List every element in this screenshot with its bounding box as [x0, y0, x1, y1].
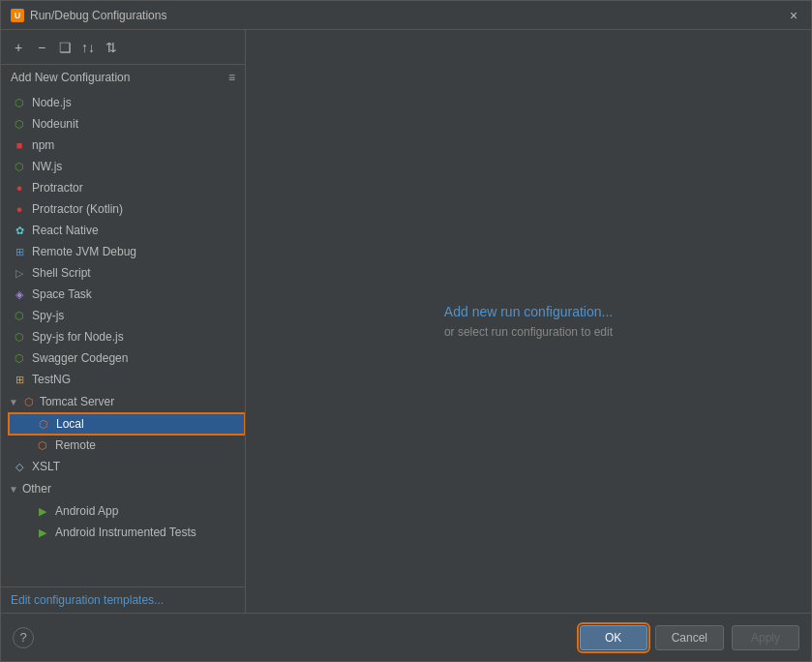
nwjs-label: NW.js [32, 160, 62, 173]
list-item-nodeunit[interactable]: ⬡ Nodeunit [1, 113, 245, 135]
tomcat-local-icon: ⬡ [37, 417, 50, 431]
run-debug-dialog: U Run/Debug Configurations × + − ❏ ↑↓ ⇅ … [0, 0, 812, 662]
list-item-spy-js-node[interactable]: ⬡ Spy-js for Node.js [1, 326, 245, 347]
other-label: Other [22, 482, 51, 496]
shell-script-icon: ▷ [13, 266, 26, 280]
sort-config-button[interactable]: ⇅ [102, 38, 121, 57]
main-panel: Add new run configuration... or select r… [246, 30, 811, 613]
space-task-label: Space Task [32, 287, 92, 301]
title-bar: U Run/Debug Configurations × [1, 1, 811, 30]
tomcat-local-label: Local [56, 417, 84, 431]
edit-templates-link[interactable]: Edit configuration templates... [11, 593, 164, 607]
category-tomcat-server[interactable]: ▼ ⬡ Tomcat Server [1, 390, 245, 413]
sidebar-header: Add New Configuration ≡ [1, 65, 245, 90]
list-item-swagger[interactable]: ⬡ Swagger Codegen [1, 347, 245, 369]
remove-config-button[interactable]: − [32, 38, 51, 57]
list-item-android-instrumented[interactable]: ▶ Android Instrumented Tests [9, 522, 245, 543]
nwjs-icon: ⬡ [13, 160, 26, 173]
xslt-icon: ◇ [13, 460, 26, 473]
bottom-bar: ? OK Cancel Apply [1, 613, 811, 661]
remote-jvm-icon: ⊞ [13, 245, 26, 258]
spy-js-node-icon: ⬡ [13, 330, 26, 344]
list-item-protractor[interactable]: ● Protractor [1, 177, 245, 198]
list-item-react-native[interactable]: ✿ React Native [1, 220, 245, 241]
list-item-xslt[interactable]: ◇ XSLT [1, 456, 245, 477]
action-buttons: OK Cancel Apply [580, 625, 799, 650]
list-item-testng[interactable]: ⊞ TestNG [1, 369, 245, 390]
list-item-remote-jvm[interactable]: ⊞ Remote JVM Debug [1, 241, 245, 262]
copy-config-button[interactable]: ❏ [55, 38, 75, 57]
spy-js-node-label: Spy-js for Node.js [32, 330, 124, 344]
protractor-kotlin-icon: ● [13, 202, 26, 216]
add-new-label: Add New Configuration [11, 71, 130, 84]
spy-js-label: Spy-js [32, 309, 64, 322]
app-icon: U [11, 9, 24, 22]
list-item-android-app[interactable]: ▶ Android App [9, 500, 245, 522]
android-instrumented-icon: ▶ [36, 526, 49, 539]
protractor-icon: ● [13, 181, 26, 195]
space-task-icon: ◈ [13, 287, 26, 301]
tomcat-server-label: Tomcat Server [40, 395, 114, 408]
nodejs-icon: ⬡ [13, 96, 26, 109]
nodeunit-icon: ⬡ [13, 117, 26, 131]
android-app-label: Android App [55, 504, 118, 518]
list-item-nodejs[interactable]: ⬡ Node.js [1, 92, 245, 113]
npm-label: npm [32, 138, 54, 152]
list-item-protractor-kotlin[interactable]: ● Protractor (Kotlin) [1, 198, 245, 220]
main-subtitle: or select run configuration to edit [444, 325, 613, 339]
nodeunit-label: Nodeunit [32, 117, 78, 131]
tomcat-remote-icon: ⬡ [36, 438, 49, 452]
move-config-button[interactable]: ↑↓ [78, 38, 98, 57]
npm-icon: ■ [13, 138, 26, 152]
android-instrumented-label: Android Instrumented Tests [55, 526, 196, 539]
help-button[interactable]: ? [13, 627, 34, 648]
list-item-tomcat-remote[interactable]: ⬡ Remote [9, 435, 245, 456]
list-item-shell-script[interactable]: ▷ Shell Script [1, 262, 245, 284]
add-config-button[interactable]: + [9, 38, 28, 57]
list-item-spy-js[interactable]: ⬡ Spy-js [1, 305, 245, 326]
testng-icon: ⊞ [13, 373, 26, 386]
ok-button[interactable]: OK [580, 625, 647, 650]
main-content: Add new run configuration... or select r… [444, 304, 613, 339]
dialog-title: Run/Debug Configurations [30, 9, 166, 22]
list-item-npm[interactable]: ■ npm [1, 135, 245, 156]
xslt-label: XSLT [32, 460, 60, 473]
title-bar-left: U Run/Debug Configurations [11, 9, 166, 22]
content-area: + − ❏ ↑↓ ⇅ Add New Configuration ≡ ⬡ Nod… [1, 30, 811, 613]
tomcat-server-icon: ⬡ [22, 395, 36, 408]
cancel-button[interactable]: Cancel [655, 625, 724, 650]
close-button[interactable]: × [786, 8, 801, 23]
list-item-nwjs[interactable]: ⬡ NW.js [1, 156, 245, 177]
sidebar: + − ❏ ↑↓ ⇅ Add New Configuration ≡ ⬡ Nod… [1, 30, 246, 613]
swagger-icon: ⬡ [13, 351, 26, 365]
react-native-label: React Native [32, 224, 99, 237]
list-item-space-task[interactable]: ◈ Space Task [1, 284, 245, 305]
shell-script-label: Shell Script [32, 266, 91, 280]
sidebar-footer: Edit configuration templates... [1, 587, 245, 613]
other-chevron: ▼ [9, 484, 18, 495]
react-native-icon: ✿ [13, 224, 26, 237]
main-title: Add new run configuration... [444, 304, 613, 319]
spy-js-icon: ⬡ [13, 309, 26, 322]
remote-jvm-label: Remote JVM Debug [32, 245, 136, 258]
list-item-tomcat-local[interactable]: ⬡ Local [9, 413, 245, 435]
tomcat-remote-label: Remote [55, 438, 96, 452]
android-app-icon: ▶ [36, 504, 49, 518]
apply-button[interactable]: Apply [732, 625, 799, 650]
settings-icon[interactable]: ≡ [228, 71, 235, 84]
sidebar-list[interactable]: ⬡ Node.js ⬡ Nodeunit ■ npm ⬡ NW.js [1, 90, 245, 587]
protractor-kotlin-label: Protractor (Kotlin) [32, 202, 123, 216]
testng-label: TestNG [32, 373, 71, 386]
tomcat-chevron: ▼ [9, 397, 18, 407]
nodejs-label: Node.js [32, 96, 72, 109]
swagger-label: Swagger Codegen [32, 351, 128, 365]
category-other[interactable]: ▼ Other [1, 477, 245, 500]
sidebar-toolbar: + − ❏ ↑↓ ⇅ [1, 30, 245, 65]
protractor-label: Protractor [32, 181, 83, 195]
